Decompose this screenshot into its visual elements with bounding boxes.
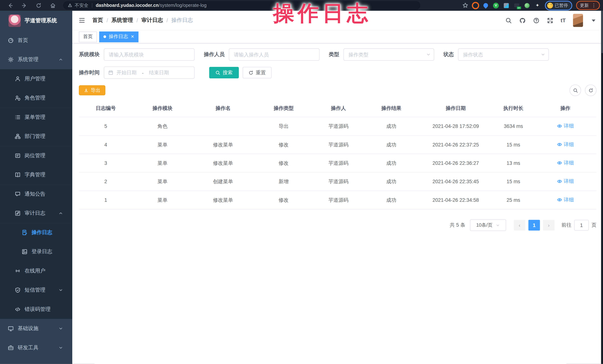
detail-link[interactable]: 详细: [557, 159, 574, 166]
type-label: 类型: [329, 51, 339, 58]
table-toolbar: 导出: [79, 84, 596, 96]
type-select[interactable]: [344, 48, 434, 61]
extension-orange-icon[interactable]: [472, 2, 478, 9]
prev-page-button[interactable]: ‹: [514, 220, 525, 231]
sidebar-item-post-mgmt[interactable]: 岗位管理: [0, 146, 72, 165]
goto-page-input[interactable]: [574, 220, 589, 231]
page-number-button[interactable]: 1: [528, 220, 540, 231]
search-button[interactable]: 搜索: [209, 67, 239, 78]
export-button[interactable]: 导出: [79, 85, 105, 95]
close-tab-icon[interactable]: ✕: [131, 34, 134, 39]
column-header: 日志编号: [79, 105, 133, 112]
sidebar-item-online-user[interactable]: 在线用户: [0, 261, 72, 281]
sidebar-item-menu-mgmt[interactable]: 菜单管理: [0, 108, 72, 127]
sidebar-item-dept-mgmt[interactable]: 部门管理: [0, 127, 72, 146]
search-icon[interactable]: [505, 17, 512, 23]
table-cell: 菜单: [133, 160, 192, 166]
sidebar-fold-icon[interactable]: [78, 17, 85, 24]
extension-translate-icon[interactable]: [503, 2, 510, 9]
sidebar-item-label: 用户管理: [24, 75, 45, 82]
scrollbar-thumb[interactable]: [601, 11, 603, 53]
breadcrumb-item-audit-log[interactable]: 审计日志: [141, 17, 163, 24]
sidebar-item-dev-tools[interactable]: 研发工具: [0, 338, 72, 357]
extension-pin-icon[interactable]: [482, 2, 489, 9]
table-cell: 3634 ms: [492, 123, 535, 129]
back-icon[interactable]: [7, 2, 13, 8]
reload-icon[interactable]: [36, 2, 42, 8]
reset-button[interactable]: 重置: [243, 67, 271, 78]
signal-icon: [15, 268, 21, 274]
column-header: 操作模块: [133, 105, 192, 112]
detail-link[interactable]: 详细: [557, 196, 574, 203]
breadcrumb-item-home[interactable]: 首页: [92, 17, 103, 24]
operator-input[interactable]: [229, 48, 320, 61]
page-size-select[interactable]: 10条/页: [470, 220, 506, 231]
app-logo[interactable]: 芋道管理系统: [0, 11, 72, 31]
download-icon: [84, 88, 88, 93]
total-count-label: 共 5 条: [450, 222, 465, 229]
table-cell: 创建菜单: [192, 178, 254, 185]
table-cell: 25 ms: [492, 197, 535, 203]
sidebar-item-sms-mgmt[interactable]: 短信管理: [0, 280, 72, 300]
table-cell: 芋道源码: [313, 141, 363, 148]
sidebar-item-operate-log[interactable]: 操作日志: [0, 223, 72, 242]
refresh-icon: [588, 88, 593, 93]
sidebar-item-infrastructure[interactable]: 基础设施: [0, 319, 72, 338]
detail-link[interactable]: 详细: [557, 122, 574, 129]
forward-icon[interactable]: [22, 2, 27, 8]
status-select[interactable]: [458, 48, 549, 61]
refresh-table-button[interactable]: [585, 84, 596, 96]
filter-status: 状态: [443, 48, 549, 61]
breadcrumb-separator: /: [106, 17, 108, 23]
bookmark-star-icon[interactable]: [462, 2, 468, 8]
github-icon[interactable]: [519, 17, 525, 23]
active-tab-dot-icon: [104, 35, 106, 38]
table-cell: 修改: [254, 197, 313, 203]
profile-paused-badge[interactable]: 已暂停: [545, 0, 572, 10]
extension-green-icon[interactable]: [524, 2, 531, 9]
browser-scrollbar[interactable]: [601, 11, 603, 364]
extension-switch-icon[interactable]: [513, 2, 520, 9]
sidebar-item-system-mgmt[interactable]: 系统管理: [0, 50, 72, 69]
sidebar-item-login-log[interactable]: 登录日志: [0, 242, 72, 261]
breadcrumb-item-system-mgmt[interactable]: 系统管理: [111, 17, 133, 24]
extensions-puzzle-icon[interactable]: ✦: [534, 2, 541, 9]
detail-link[interactable]: 详细: [557, 178, 574, 185]
table-cell: 1: [79, 197, 133, 203]
help-icon[interactable]: [533, 17, 539, 23]
sidebar-item-home[interactable]: 首页: [0, 31, 72, 50]
browser-menu-icon[interactable]: ⋮: [591, 3, 596, 8]
date-range-picker[interactable]: 开始日期 - 结束日期: [104, 66, 195, 79]
detail-link[interactable]: 详细: [557, 141, 574, 148]
chevron-down-icon[interactable]: [590, 17, 597, 23]
fullscreen-icon[interactable]: [547, 17, 553, 23]
font-size-icon[interactable]: tT: [561, 17, 566, 23]
sidebar-item-notice[interactable]: 通知公告: [0, 185, 72, 204]
tab-operate-log[interactable]: 操作日志✕: [99, 31, 139, 42]
show-search-toggle-button[interactable]: [569, 84, 581, 96]
sidebar-item-audit-log[interactable]: 审计日志: [0, 204, 72, 223]
sidebar-item-error-code-mgmt[interactable]: 错误码管理: [0, 300, 72, 319]
extension-v-icon[interactable]: V: [492, 2, 499, 9]
table-cell: 5: [79, 123, 133, 129]
code-icon: [15, 306, 21, 312]
table-cell: 新增: [254, 178, 313, 185]
tab-home[interactable]: 首页: [79, 31, 97, 42]
sidebar-item-dict-mgmt[interactable]: 字典管理: [0, 165, 72, 185]
sidebar-item-role-mgmt[interactable]: 角色管理: [0, 88, 72, 108]
user-avatar[interactable]: [573, 14, 583, 27]
sidebar-item-user-mgmt[interactable]: 用户管理: [0, 69, 72, 88]
annotation-overlay-text: 操作日志: [273, 0, 371, 28]
module-input[interactable]: [104, 48, 195, 61]
update-button[interactable]: 更新 ⋮: [576, 1, 600, 10]
filter-row-2: 操作时间 开始日期 - 结束日期 搜索 重置: [79, 66, 596, 79]
table-cell: 4: [79, 142, 133, 148]
status-label: 状态: [443, 51, 454, 58]
home-icon[interactable]: [50, 2, 56, 8]
bubble-icon: [15, 191, 21, 197]
operator-label: 操作人员: [204, 51, 225, 58]
pagination: 共 5 条 10条/页 ‹ 1 › 前往 页: [79, 220, 596, 231]
next-page-button[interactable]: ›: [543, 220, 555, 231]
column-header: 执行时长: [492, 105, 535, 112]
table-cell: 2: [79, 179, 133, 185]
